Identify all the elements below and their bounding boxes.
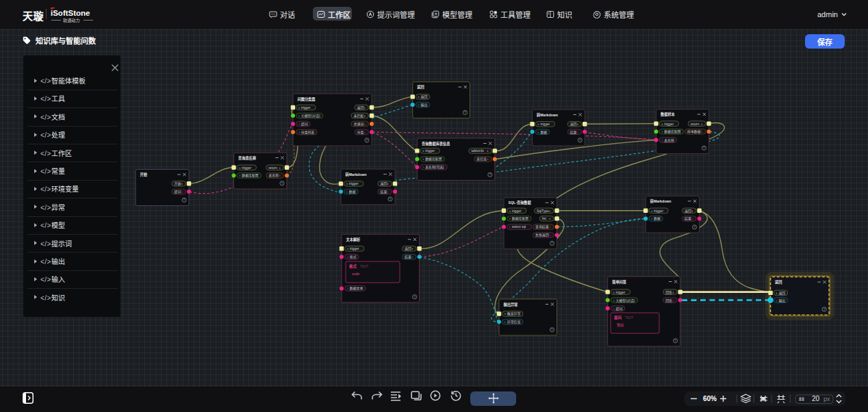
svg-text:trigger: trigger — [512, 209, 522, 213]
svg-text:›: › — [364, 122, 366, 126]
svg-text:trigger: trigger — [616, 291, 626, 294]
svg-text:›: › — [411, 246, 413, 250]
svg-text:数据: 数据 — [654, 216, 661, 221]
svg-text:›: › — [549, 209, 550, 213]
svg-text:抛出异常: 抛出异常 — [504, 302, 518, 307]
svg-text:?: ? — [390, 198, 392, 201]
svg-text:分类列表: 分类列表 — [301, 130, 315, 135]
svg-text:大模型(对话): 大模型(对话) — [301, 114, 320, 118]
svg-text:›: › — [577, 122, 578, 126]
svg-text:›: › — [509, 216, 511, 220]
svg-text:结果: 结果 — [685, 216, 691, 221]
svg-text:输出: 输出 — [778, 298, 785, 303]
svg-text:返回: 返回 — [778, 291, 785, 296]
svg-text:›: › — [662, 122, 663, 126]
svg-text:tableinfo: tableinfo — [471, 149, 484, 153]
svg-text:›: › — [411, 255, 413, 259]
svg-text:›: › — [673, 290, 674, 294]
svg-text:trigger: trigger — [350, 247, 359, 250]
svg-text:返回: 返回 — [405, 246, 411, 251]
svg-text:结果: 结果 — [405, 255, 411, 259]
svg-text:分类: 分类 — [357, 130, 364, 135]
svg-text:提问: 提问 — [616, 307, 623, 311]
svg-text:›: › — [776, 291, 778, 295]
svg-text:›: › — [387, 181, 389, 185]
svg-text:文本解析: 文本解析 — [346, 237, 361, 242]
svg-text:问题分类器: 问题分类器 — [298, 96, 316, 102]
svg-text:trigger: trigger — [664, 123, 674, 126]
svg-text:表信息: 表信息 — [476, 157, 487, 162]
svg-text:数据: 数据 — [349, 190, 356, 194]
svg-text:›: › — [422, 157, 424, 161]
svg-text:›: › — [298, 130, 300, 134]
svg-text:›: › — [673, 298, 674, 302]
svg-text:›: › — [509, 224, 511, 229]
svg-text:›: › — [651, 216, 652, 220]
svg-text:数据库配置: 数据库配置 — [512, 216, 529, 221]
svg-text:格式: 格式 — [350, 255, 357, 259]
svg-text:›: › — [298, 105, 300, 110]
svg-text:›: › — [418, 103, 420, 107]
svg-text:›: › — [776, 298, 778, 302]
svg-text:提问: 提问 — [175, 190, 181, 194]
svg-text:转Markdown: 转Markdown — [537, 112, 558, 118]
svg-text:›: › — [549, 233, 550, 237]
svg-text:›: › — [549, 216, 550, 220]
svg-text:数据文本: 数据文本 — [350, 286, 363, 291]
svg-text:›: › — [662, 138, 663, 142]
svg-text:›: › — [347, 246, 348, 250]
svg-text:格式: 格式 — [349, 263, 357, 269]
svg-text:›: › — [181, 181, 183, 185]
svg-text:›: › — [691, 209, 693, 213]
svg-text:返回: 返回 — [357, 105, 364, 110]
svg-text:表名称[可选]: 表名称[可选] — [425, 165, 444, 170]
svg-text:select sql: select sql — [512, 225, 526, 229]
svg-text:?: ? — [824, 308, 826, 311]
svg-text:trigger: trigger — [654, 209, 663, 213]
svg-text:20: 20 — [812, 395, 820, 402]
svg-text:›: › — [662, 129, 663, 133]
svg-text:查询数据库表信息: 查询数据库表信息 — [421, 141, 450, 146]
svg-text:trigger: trigger — [540, 123, 550, 126]
svg-text:›: › — [613, 307, 615, 311]
svg-text:数据样本: 数据样本 — [661, 112, 676, 117]
svg-text:code: code — [352, 272, 359, 276]
svg-text:›: › — [549, 224, 550, 229]
svg-text:返回: 返回 — [570, 122, 577, 127]
svg-text:回答: 回答 — [665, 290, 672, 295]
svg-text:表名称: 表名称 — [269, 173, 279, 178]
svg-text:›: › — [347, 255, 348, 259]
svg-text:?: ? — [183, 198, 186, 202]
svg-text:返回: 返回 — [381, 181, 387, 186]
svg-text:?: ? — [464, 111, 466, 114]
svg-text:›: › — [364, 130, 366, 134]
svg-text:转Markdown: 转Markdown — [346, 172, 367, 177]
svg-text:iSoftStone: iSoftStone — [51, 9, 90, 17]
svg-text:数据: 数据 — [540, 130, 547, 135]
svg-text:大模型(对话): 大模型(对话) — [616, 298, 635, 303]
svg-text:转Markdown: 转Markdown — [650, 198, 672, 204]
svg-text:60%: 60% — [703, 395, 717, 402]
svg-text:提问: 提问 — [614, 315, 622, 320]
svg-text:?: ? — [579, 139, 581, 142]
svg-text:简单问答: 简单问答 — [612, 279, 627, 285]
svg-text:?: ? — [489, 173, 491, 177]
svg-text:输出: 输出 — [421, 103, 428, 107]
svg-text:›: › — [577, 130, 578, 134]
svg-text:›: › — [538, 122, 539, 126]
svg-text:›: › — [298, 114, 300, 118]
svg-text:›: › — [347, 286, 348, 290]
svg-text:返回: 返回 — [775, 279, 782, 285]
svg-text:SqlType: SqlType — [537, 209, 549, 213]
svg-text:TEXT: TEXT — [625, 316, 633, 320]
svg-text:›: › — [422, 165, 424, 169]
svg-text:?: ? — [693, 226, 695, 229]
svg-text:失败返回: 失败返回 — [535, 233, 549, 237]
svg-text:›: › — [487, 149, 489, 153]
svg-text:trigger: trigger — [301, 106, 311, 110]
svg-text:?: ? — [551, 242, 553, 245]
svg-text:list: list — [542, 217, 547, 220]
svg-text:›: › — [509, 209, 511, 213]
svg-text:›: › — [418, 94, 420, 99]
svg-text:›: › — [240, 166, 241, 170]
